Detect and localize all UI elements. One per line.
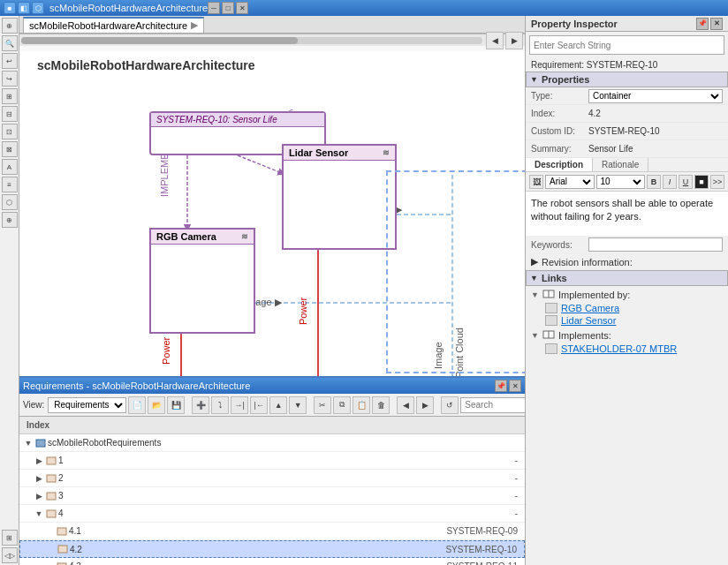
font-size-select[interactable]: 10 <box>596 175 646 189</box>
minimize-btn[interactable]: ─ <box>208 2 220 14</box>
label-4-2: 4.2 <box>70 545 418 554</box>
tree-row-3[interactable]: ▶ 3 - <box>19 487 525 505</box>
tool-new[interactable]: 📄 <box>128 396 146 414</box>
link-stakeholder[interactable]: STAKEHOLDER-07 MTBR <box>531 343 723 355</box>
link-stakeholder-text[interactable]: STAKEHOLDER-07 MTBR <box>561 343 677 354</box>
link-rgb-text[interactable]: RGB Camera <box>561 303 619 313</box>
toggle-2[interactable]: ▶ <box>34 473 44 484</box>
text-more-btn[interactable]: >> <box>710 175 724 189</box>
tool-save[interactable]: 💾 <box>167 396 185 414</box>
tree-row-2[interactable]: ▶ 2 - <box>19 470 525 487</box>
lidar-sensor-box[interactable]: Lidar Sensor ≋ <box>282 144 397 250</box>
revision-section[interactable]: ▶ Revision information: <box>526 254 728 270</box>
tree-row-4-3[interactable]: ▶ 4.3 SYSTEM-REQ-11 <box>19 558 525 565</box>
sidebar-btn-1[interactable]: ⊕ <box>2 18 18 34</box>
sidebar-btn-3[interactable]: ↩ <box>2 53 18 69</box>
label-3: 3 <box>58 491 419 501</box>
sidebar-btn-7[interactable]: ⊡ <box>2 124 18 139</box>
diagram-title: scMobileRobotHardwareArchitecture <box>37 58 255 72</box>
tool-open[interactable]: 📂 <box>148 396 165 414</box>
sidebar-btn-10[interactable]: ≡ <box>2 177 18 192</box>
link-rgb-camera[interactable]: RGB Camera <box>531 302 723 314</box>
pi-keywords-input[interactable] <box>588 237 723 252</box>
value-4-2: SYSTEM-REQ-10 <box>418 545 524 554</box>
diagram-hscroll[interactable]: ◀ ▶ <box>19 34 525 46</box>
text-btn-img[interactable]: 🖼 <box>529 175 543 189</box>
tab-rationale[interactable]: Rationale <box>593 158 648 171</box>
bottom-pin-btn[interactable]: 📌 <box>495 380 507 392</box>
tool-back[interactable]: ◀ <box>397 396 414 414</box>
diagram-tab[interactable]: scMobileRobotHardwareArchitecture ▶ <box>23 17 204 33</box>
icon-3[interactable]: ⬡ <box>32 2 44 14</box>
tool-cut[interactable]: ✂ <box>314 396 331 414</box>
tool-child[interactable]: ⤵ <box>211 396 229 414</box>
tree-row-4[interactable]: ▼ 4 - <box>19 505 525 523</box>
link-lidar-text[interactable]: Lidar Sensor <box>561 315 616 326</box>
text-toolbar: 🖼 Arial 10 B I U ■ >> <box>526 172 728 192</box>
tree-row-1[interactable]: ▶ 1 - <box>19 452 525 470</box>
pi-close-btn[interactable]: ✕ <box>710 18 723 30</box>
tree-header: Index <box>19 417 525 434</box>
icon-3 <box>44 491 58 501</box>
text-italic-btn[interactable]: I <box>663 175 677 189</box>
pi-properties-header[interactable]: ▼ Properties <box>526 72 728 87</box>
link-lidar-sensor[interactable]: Lidar Sensor <box>531 314 723 327</box>
text-underline-btn[interactable]: U <box>679 175 693 189</box>
title-bar-controls: ─ □ ✕ <box>208 2 248 14</box>
right-panel: Property Inspector 📌 ✕ Requirement: SYST… <box>525 16 728 565</box>
scroll-right[interactable]: ▶ <box>505 32 523 49</box>
view-select[interactable]: Requirements <box>48 397 126 413</box>
tree-root-row[interactable]: ▼ scMobileRobotRequirements <box>19 434 525 452</box>
tree-row-4-1[interactable]: ▶ 4.1 SYSTEM-REQ-09 <box>19 523 525 540</box>
icon-2 <box>44 473 58 484</box>
root-label: scMobileRobotRequirements <box>48 438 419 448</box>
pi-search-input[interactable] <box>529 35 724 55</box>
pi-index-row: Index: 4.2 <box>526 105 728 123</box>
toggle-1[interactable]: ▶ <box>34 456 44 466</box>
bottom-close-btn[interactable]: ✕ <box>509 380 521 392</box>
sidebar-btn-9[interactable]: A <box>2 159 18 175</box>
sidebar-btn-bottom[interactable]: ⊞ <box>2 530 18 546</box>
tool-paste[interactable]: 📋 <box>353 396 370 414</box>
sidebar-btn-4[interactable]: ↪ <box>2 71 18 87</box>
tool-refresh[interactable]: ↺ <box>441 396 459 414</box>
tool-copy[interactable]: ⧉ <box>333 396 351 414</box>
icon-1[interactable]: ■ <box>4 2 16 14</box>
svg-rect-18 <box>47 457 56 464</box>
toggle-3[interactable]: ▶ <box>34 491 44 501</box>
sidebar-btn-2[interactable]: 🔍 <box>2 35 18 51</box>
tool-fwd[interactable]: ▶ <box>416 396 434 414</box>
tool-add[interactable]: ➕ <box>192 396 209 414</box>
font-family-select[interactable]: Arial <box>545 175 595 189</box>
text-bold-btn[interactable]: B <box>647 175 661 189</box>
sidebar-btn-bottom2[interactable]: ◁▷ <box>2 547 18 563</box>
diagram-canvas: scMobileRobotHardwareArchitecture IMPLEM… <box>19 51 525 376</box>
tool-down[interactable]: ▼ <box>289 396 307 414</box>
close-btn[interactable]: ✕ <box>236 2 248 14</box>
toggle-4[interactable]: ▼ <box>34 508 44 519</box>
tool-indent[interactable]: →| <box>231 396 248 414</box>
icon-2[interactable]: ◧ <box>18 2 30 14</box>
sidebar-btn-6[interactable]: ⊟ <box>2 106 18 122</box>
icon-4 <box>44 508 58 519</box>
camera-box[interactable]: RGB Camera ≋ <box>149 228 255 334</box>
text-color-btn[interactable]: ■ <box>694 175 709 189</box>
maximize-btn[interactable]: □ <box>222 2 234 14</box>
tree-row-4-2[interactable]: ▶ 4.2 SYSTEM-REQ-10 <box>19 540 525 558</box>
sidebar-btn-8[interactable]: ⊠ <box>2 141 18 157</box>
tab-description[interactable]: Description <box>526 158 593 171</box>
pi-type-row: Type: Container <box>526 87 728 105</box>
pi-pin-btn[interactable]: 📌 <box>696 18 709 30</box>
scroll-left[interactable]: ◀ <box>486 32 504 49</box>
sidebar-btn-12[interactable]: ⊕ <box>2 212 18 228</box>
tool-up[interactable]: ▲ <box>269 396 287 414</box>
sidebar-btn-5[interactable]: ⊞ <box>2 88 18 104</box>
pi-type-select[interactable]: Container <box>588 89 723 103</box>
sidebar-btn-11[interactable]: ⬡ <box>2 194 18 210</box>
tool-outdent[interactable]: |← <box>250 396 268 414</box>
pi-links-header[interactable]: ▼ Links <box>526 270 728 286</box>
search-input[interactable] <box>460 397 525 413</box>
tool-delete[interactable]: 🗑 <box>372 396 390 414</box>
tree-area[interactable]: ▼ scMobileRobotRequirements ▶ 1 - <box>19 434 525 565</box>
root-toggle[interactable]: ▼ <box>23 438 34 448</box>
